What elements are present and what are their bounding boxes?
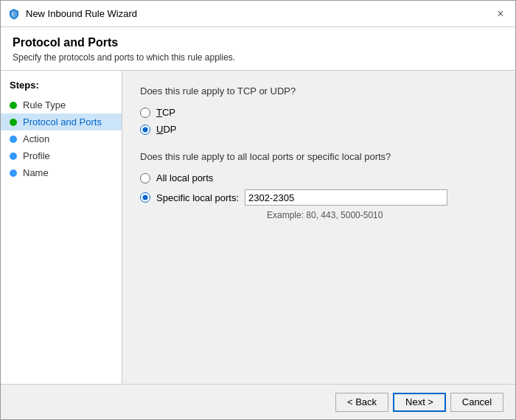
cancel-button[interactable]: Cancel — [450, 393, 503, 412]
udp-label[interactable]: UDP — [156, 124, 176, 135]
tcp-radio[interactable] — [140, 108, 150, 118]
dot-icon-rule-type — [10, 102, 17, 109]
header-section: Protocol and Ports Specify the protocols… — [1, 27, 515, 71]
wizard-window: ! New Inbound Rule Wizard × Protocol and… — [0, 0, 516, 420]
sidebar-item-name[interactable]: Name — [1, 164, 122, 181]
dot-icon-name — [10, 169, 17, 177]
content-area: Steps: Rule Type Protocol and Ports Acti… — [1, 71, 515, 384]
sidebar-item-rule-type[interactable]: Rule Type — [1, 97, 122, 113]
dot-icon-protocol-ports — [10, 119, 17, 126]
back-button[interactable]: < Back — [335, 393, 388, 412]
sidebar-item-profile[interactable]: Profile — [1, 147, 122, 164]
next-button[interactable]: Next > — [393, 393, 446, 412]
page-subtitle: Specify the protocols and ports to which… — [13, 52, 503, 63]
specific-ports-radio-row: Specific local ports: — [140, 189, 498, 206]
sidebar-label-name: Name — [23, 167, 49, 178]
q2-label: Does this rule apply to all local ports … — [140, 151, 498, 162]
sidebar-item-protocol-ports[interactable]: Protocol and Ports — [1, 113, 122, 130]
window-title: New Inbound Rule Wizard — [26, 8, 137, 19]
q1-label: Does this rule apply to TCP or UDP? — [140, 85, 498, 97]
footer: < Back Next > Cancel — [1, 384, 515, 419]
specific-ports-radio[interactable] — [140, 192, 150, 203]
sidebar-label-rule-type: Rule Type — [23, 99, 66, 111]
svg-text:!: ! — [12, 12, 13, 17]
sidebar-item-action[interactable]: Action — [1, 130, 122, 147]
title-bar-left: ! New Inbound Rule Wizard — [8, 8, 137, 20]
all-ports-radio-row: All local ports — [140, 172, 498, 183]
sidebar-title: Steps: — [1, 80, 122, 97]
sidebar-label-action: Action — [23, 133, 49, 144]
close-button[interactable]: × — [493, 7, 508, 21]
title-bar: ! New Inbound Rule Wizard × — [1, 1, 515, 27]
main-content: Does this rule apply to TCP or UDP? TCP … — [122, 71, 515, 384]
ports-input[interactable] — [245, 189, 447, 206]
all-ports-radio[interactable] — [140, 173, 150, 183]
window-icon: ! — [8, 8, 20, 20]
ports-example: Example: 80, 443, 5000-5010 — [267, 210, 498, 220]
tcp-label[interactable]: TCP — [156, 107, 175, 118]
dot-icon-action — [10, 136, 17, 143]
sidebar-label-protocol-ports: Protocol and Ports — [23, 116, 102, 127]
specific-ports-label[interactable]: Specific local ports: — [156, 192, 239, 203]
dot-icon-profile — [10, 153, 17, 160]
tcp-radio-row: TCP — [140, 107, 498, 118]
all-ports-label[interactable]: All local ports — [156, 172, 213, 183]
page-title: Protocol and Ports — [13, 36, 503, 49]
udp-radio[interactable] — [140, 125, 150, 135]
sidebar-label-profile: Profile — [23, 150, 50, 161]
sidebar: Steps: Rule Type Protocol and Ports Acti… — [1, 71, 122, 384]
udp-radio-row: UDP — [140, 124, 498, 135]
protocol-radio-group: TCP UDP — [140, 107, 498, 135]
ports-radio-group: All local ports Specific local ports: — [140, 172, 498, 206]
